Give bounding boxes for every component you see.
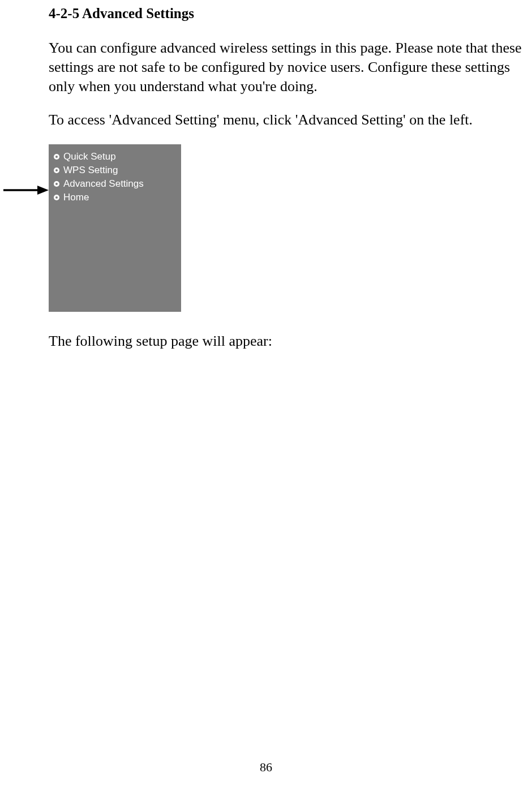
sidebar-menu-screenshot: Quick Setup WPS Setting Advanced Setting… [49, 144, 181, 312]
intro-paragraph-1: You can configure advanced wireless sett… [49, 38, 530, 96]
svg-marker-1 [37, 186, 49, 195]
svg-point-3 [55, 156, 58, 158]
menu-figure: Quick Setup WPS Setting Advanced Setting… [0, 144, 532, 312]
menu-item-quick-setup[interactable]: Quick Setup [53, 150, 177, 164]
menu-label: WPS Setting [63, 165, 118, 176]
menu-item-advanced-settings[interactable]: Advanced Settings [53, 177, 177, 191]
pointer-arrow [0, 144, 49, 195]
bullet-icon [53, 181, 60, 187]
svg-point-5 [55, 169, 58, 171]
bullet-icon [53, 153, 60, 160]
menu-item-wps-setting[interactable]: WPS Setting [53, 164, 177, 177]
bullet-icon [53, 194, 60, 201]
svg-point-9 [55, 196, 58, 199]
bullet-icon [53, 167, 60, 174]
menu-label: Home [63, 192, 89, 203]
menu-label: Quick Setup [63, 151, 116, 162]
menu-label: Advanced Settings [63, 178, 144, 190]
intro-paragraph-2: To access 'Advanced Setting' menu, click… [49, 110, 530, 130]
arrow-icon [3, 185, 49, 195]
svg-point-7 [55, 183, 58, 185]
section-heading: 4-2-5 Advanced Settings [49, 6, 532, 22]
menu-item-home[interactable]: Home [53, 191, 177, 204]
intro-paragraph-3: The following setup page will appear: [49, 332, 530, 351]
page-number: 86 [0, 760, 532, 775]
